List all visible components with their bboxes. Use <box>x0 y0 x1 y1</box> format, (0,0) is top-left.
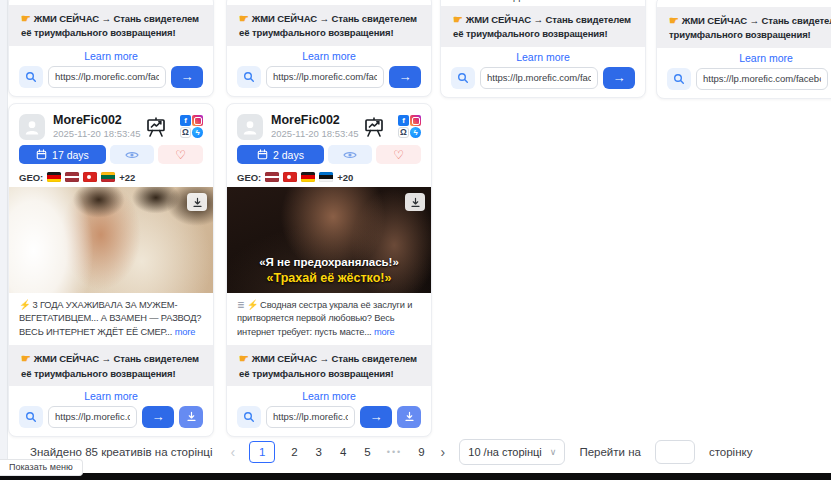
image-caption-line2: «Трахай её жёстко!» <box>227 270 431 287</box>
heart-icon: ♡ <box>175 148 186 162</box>
open-url-button[interactable]: → <box>142 406 174 428</box>
analytics-board-icon[interactable] <box>363 116 385 138</box>
cta-box: ☛ЖМИ СЕЙЧАС → Стань свидетелем её триумф… <box>227 345 431 386</box>
download-button[interactable] <box>179 406 203 428</box>
pointing-finger-icon: ☛ <box>21 12 31 24</box>
cta-text: ЖМИ СЕЙЧАС → Стань свидетелем её триумфа… <box>453 14 631 39</box>
days-running-label: 2 days <box>273 149 304 161</box>
preview-eye-button[interactable] <box>110 145 155 164</box>
search-icon[interactable] <box>667 68 691 90</box>
landing-url-input[interactable] <box>266 66 384 88</box>
pages-ellipsis[interactable]: ••• <box>387 447 402 457</box>
cta-text: ЖМИ СЕЙЧАС → Стань свидетелем её триумфа… <box>669 15 831 40</box>
card-actions: 2 days ♡ <box>237 145 421 164</box>
page-4[interactable]: 4 <box>338 446 348 458</box>
search-icon[interactable] <box>19 406 43 428</box>
cta-box: ☛ЖМИ СЕЙЧАС → Стань свидетелем её триумф… <box>657 7 831 48</box>
days-running-button[interactable]: 2 days <box>237 145 324 164</box>
creative-card-partial: ☛ЖМИ СЕЙЧАС → Стань свидетелем её триумф… <box>226 0 432 97</box>
collapsed-menu-bar[interactable] <box>0 473 831 480</box>
creative-card-partial: ☛ЖМИ СЕЙЧАС → Стань свидетелем её триумф… <box>8 0 214 97</box>
page-1[interactable]: 1 <box>249 441 275 463</box>
url-row: → <box>19 406 203 428</box>
messenger-icon: ϟ <box>410 127 421 138</box>
avatar <box>237 114 263 140</box>
image-caption-line1: «Я не предохранялась!» <box>227 255 431 271</box>
instagram-icon <box>192 115 203 126</box>
more-link[interactable]: more <box>591 0 613 2</box>
goto-page-input[interactable] <box>655 440 695 464</box>
learn-more-link[interactable]: Learn more <box>237 50 421 62</box>
creative-card-partial: ☛ЖМИ СЕЙЧАС → Стань свидетелем её триумф… <box>656 0 831 99</box>
open-url-button[interactable]: → <box>360 406 392 428</box>
creative-image[interactable] <box>9 187 213 293</box>
landing-url-input[interactable] <box>266 406 355 428</box>
arrow-right-icon: → <box>370 409 383 424</box>
download-image-icon[interactable] <box>405 193 425 211</box>
favorite-heart-button[interactable]: ♡ <box>376 145 421 164</box>
page-9[interactable]: 9 <box>416 446 426 458</box>
more-link[interactable]: more <box>175 327 196 337</box>
arrow-right-icon: → <box>152 409 165 424</box>
network-icons: f Ω ϟ <box>180 115 203 138</box>
instagram-icon <box>410 115 421 126</box>
show-menu-button[interactable]: Показать меню <box>0 459 83 476</box>
flag-lv <box>65 172 79 182</box>
learn-more-link[interactable]: Learn more <box>451 51 635 63</box>
geo-label: GEO: <box>19 172 43 183</box>
search-icon[interactable] <box>451 67 475 89</box>
card-actions: 17 days ♡ <box>19 145 203 164</box>
search-icon[interactable] <box>237 66 261 88</box>
page-5[interactable]: 5 <box>362 446 372 458</box>
download-image-icon[interactable] <box>187 193 207 211</box>
page-size-select[interactable]: 10 /на сторінці ∨ <box>459 439 565 465</box>
pointing-finger-icon: ☛ <box>239 12 249 24</box>
pagination-bar: Знайдено 85 креативів на сторінці ‹ 1 2 … <box>30 439 752 465</box>
chevron-down-icon: ∨ <box>550 447 557 457</box>
flag-tr <box>83 172 97 182</box>
open-url-button[interactable]: → <box>389 66 421 88</box>
landing-url-input[interactable] <box>48 66 166 88</box>
card-header: MoreFic002 2025-11-20 18:53:45 f Ω ϟ <box>237 114 421 141</box>
ad-body-text: ⚡3 ГОДА УХАЖИВАЛА ЗА МУЖЕМ-ВЕГЕТАТИВЦЕМ.… <box>19 299 203 339</box>
landing-url-input[interactable] <box>696 68 828 90</box>
pointing-finger-icon: ☛ <box>239 352 249 364</box>
open-url-button[interactable]: → <box>603 67 635 89</box>
more-link[interactable]: more <box>374 327 395 337</box>
analytics-board-icon[interactable] <box>145 116 167 138</box>
creative-card-partial: ИНТЕРНЕТ ЖДЁТ ЕЁ СМЕР ... more ☛ЖМИ СЕЙЧ… <box>440 0 646 98</box>
arrow-right-icon: → <box>613 70 626 85</box>
learn-more-link[interactable]: Learn more <box>237 390 421 402</box>
creative-card: MoreFic002 2025-11-20 18:53:45 f Ω ϟ 2 d… <box>226 103 432 437</box>
prev-page-button[interactable]: ‹ <box>230 444 235 460</box>
geo-more-count[interactable]: +22 <box>119 172 135 183</box>
url-row: → <box>667 68 831 90</box>
url-row: → <box>451 67 635 89</box>
open-url-button[interactable]: → <box>171 66 203 88</box>
learn-more-link[interactable]: Learn more <box>19 50 203 62</box>
arrow-right-icon: → <box>399 69 412 84</box>
download-button[interactable] <box>397 406 421 428</box>
landing-url-input[interactable] <box>480 67 598 89</box>
learn-more-link[interactable]: Learn more <box>19 390 203 402</box>
facebook-icon: f <box>180 115 191 126</box>
page-2[interactable]: 2 <box>289 446 299 458</box>
cta-text: ЖМИ СЕЙЧАС → Стань свидетелем её триумфа… <box>239 353 417 378</box>
landing-url-input[interactable] <box>48 406 137 428</box>
page-3[interactable]: 3 <box>314 446 324 458</box>
next-page-button[interactable]: › <box>441 444 446 460</box>
learn-more-link[interactable]: Learn more <box>667 52 831 64</box>
url-row: → <box>237 66 421 88</box>
search-icon[interactable] <box>237 406 261 428</box>
url-row: → <box>19 66 203 88</box>
search-icon[interactable] <box>19 66 43 88</box>
geo-more-count[interactable]: +20 <box>337 172 353 183</box>
lightning-icon: ⚡ <box>247 300 258 310</box>
cta-text: ЖМИ СЕЙЧАС → Стань свидетелем её триумфа… <box>239 13 417 38</box>
days-running-button[interactable]: 17 days <box>19 145 106 164</box>
creative-image[interactable]: «Я не предохранялась!» «Трахай её жёстко… <box>227 187 431 293</box>
goto-page-label: Перейти на <box>579 446 641 458</box>
favorite-heart-button[interactable]: ♡ <box>158 145 203 164</box>
geo-label: GEO: <box>237 172 261 183</box>
preview-eye-button[interactable] <box>328 145 373 164</box>
